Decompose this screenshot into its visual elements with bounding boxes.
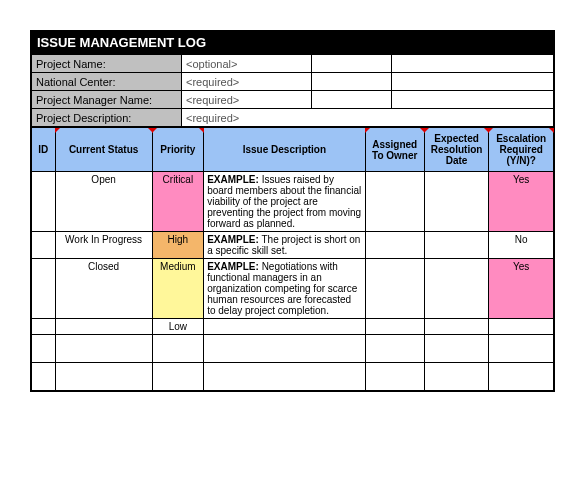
cell-date[interactable] (424, 259, 489, 319)
cell-status[interactable]: Work In Progress (55, 232, 152, 259)
issue-log-container: ISSUE MANAGEMENT LOG Project Name: <opti… (30, 30, 555, 392)
cell-esc[interactable]: No (489, 232, 554, 259)
cell-priority[interactable]: Medium (152, 259, 204, 319)
meta-label: Project Name: (32, 55, 182, 73)
meta-label: Project Manager Name: (32, 91, 182, 109)
meta-value-project-manager[interactable]: <required> (182, 91, 312, 109)
cell-owner[interactable] (365, 172, 424, 232)
header-id: ID (32, 128, 56, 172)
title-bar: ISSUE MANAGEMENT LOG (31, 31, 554, 54)
cell-status[interactable]: Closed (55, 259, 152, 319)
cell-id[interactable] (32, 172, 56, 232)
cell-id[interactable] (32, 259, 56, 319)
cell-esc[interactable]: Yes (489, 259, 554, 319)
meta-row-project-name: Project Name: <optional> (32, 55, 554, 73)
meta-row-national-center: National Center: <required> (32, 73, 554, 91)
meta-value-project-name[interactable]: <optional> (182, 55, 312, 73)
meta-value-project-description[interactable]: <required> (182, 109, 554, 127)
cell-priority[interactable]: Low (152, 319, 204, 335)
table-row: OpenCriticalEXAMPLE: Issues raised by bo… (32, 172, 554, 232)
cell-desc[interactable]: EXAMPLE: Issues raised by board members … (204, 172, 365, 232)
meta-value-national-center[interactable]: <required> (182, 73, 312, 91)
table-row (32, 363, 554, 391)
table-row: Work In ProgressHighEXAMPLE: The project… (32, 232, 554, 259)
cell-owner[interactable] (365, 259, 424, 319)
cell-desc[interactable]: EXAMPLE: The project is short on a speci… (204, 232, 365, 259)
meta-table: Project Name: <optional> National Center… (31, 54, 554, 127)
header-desc: Issue Description (204, 128, 365, 172)
cell-esc[interactable] (489, 319, 554, 335)
meta-label: National Center: (32, 73, 182, 91)
cell-desc[interactable] (204, 319, 365, 335)
cell-status[interactable] (55, 319, 152, 335)
header-priority: Priority (152, 128, 204, 172)
cell-id[interactable] (32, 319, 56, 335)
cell-owner[interactable] (365, 319, 424, 335)
cell-id[interactable] (32, 232, 56, 259)
table-row: Low (32, 319, 554, 335)
meta-row-project-description: Project Description: <required> (32, 109, 554, 127)
header-esc: Escalation Required (Y/N)? (489, 128, 554, 172)
cell-desc[interactable]: EXAMPLE: Negotiations with functional ma… (204, 259, 365, 319)
cell-date[interactable] (424, 319, 489, 335)
table-row (32, 335, 554, 363)
header-date: Expected Resolution Date (424, 128, 489, 172)
cell-date[interactable] (424, 232, 489, 259)
title-text: ISSUE MANAGEMENT LOG (37, 35, 206, 50)
cell-esc[interactable]: Yes (489, 172, 554, 232)
table-row: ClosedMediumEXAMPLE: Negotiations with f… (32, 259, 554, 319)
cell-date[interactable] (424, 172, 489, 232)
meta-label: Project Description: (32, 109, 182, 127)
cell-status[interactable]: Open (55, 172, 152, 232)
header-owner: Assigned To Owner (365, 128, 424, 172)
cell-owner[interactable] (365, 232, 424, 259)
cell-priority[interactable]: High (152, 232, 204, 259)
header-row: ID Current Status Priority Issue Descrip… (32, 128, 554, 172)
meta-row-project-manager: Project Manager Name: <required> (32, 91, 554, 109)
cell-priority[interactable]: Critical (152, 172, 204, 232)
log-table: ID Current Status Priority Issue Descrip… (31, 127, 554, 391)
header-status: Current Status (55, 128, 152, 172)
